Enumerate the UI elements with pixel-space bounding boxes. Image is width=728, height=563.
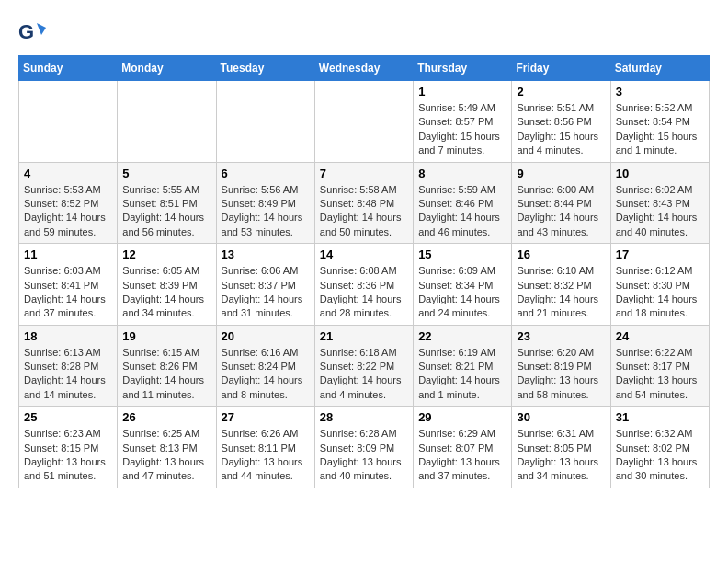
day-number: 3	[616, 85, 704, 98]
day-info: Sunrise: 6:18 AM Sunset: 8:22 PM Dayligh…	[320, 346, 408, 403]
day-number: 15	[418, 247, 506, 261]
calendar-body: 1Sunrise: 5:49 AM Sunset: 8:57 PM Daylig…	[19, 81, 710, 488]
calendar-cell: 19Sunrise: 6:15 AM Sunset: 8:26 PM Dayli…	[118, 325, 216, 407]
svg-text:G: G	[18, 20, 34, 43]
day-info: Sunrise: 6:09 AM Sunset: 8:34 PM Dayligh…	[418, 264, 506, 321]
calendar-cell: 11Sunrise: 6:03 AM Sunset: 8:41 PM Dayli…	[19, 244, 118, 326]
weekday-row: SundayMondayTuesdayWednesdayThursdayFrid…	[19, 56, 710, 81]
day-number: 20	[222, 329, 310, 343]
weekday-header: Friday	[512, 56, 610, 81]
logo-icon: G	[18, 18, 46, 46]
day-info: Sunrise: 6:19 AM Sunset: 8:21 PM Dayligh…	[418, 346, 506, 403]
calendar-week-row: 1Sunrise: 5:49 AM Sunset: 8:57 PM Daylig…	[19, 81, 710, 163]
day-info: Sunrise: 5:53 AM Sunset: 8:52 PM Dayligh…	[24, 183, 112, 240]
day-info: Sunrise: 6:12 AM Sunset: 8:30 PM Dayligh…	[616, 264, 704, 321]
day-number: 10	[616, 167, 704, 180]
day-number: 21	[320, 329, 408, 343]
calendar-cell: 20Sunrise: 6:16 AM Sunset: 8:24 PM Dayli…	[216, 325, 314, 407]
calendar-cell: 8Sunrise: 5:59 AM Sunset: 8:46 PM Daylig…	[414, 162, 512, 244]
calendar-cell: 4Sunrise: 5:53 AM Sunset: 8:52 PM Daylig…	[19, 162, 118, 244]
day-info: Sunrise: 5:59 AM Sunset: 8:46 PM Dayligh…	[418, 183, 506, 240]
day-number: 9	[517, 167, 605, 180]
day-number: 14	[320, 247, 408, 261]
calendar-cell: 29Sunrise: 6:29 AM Sunset: 8:07 PM Dayli…	[414, 407, 512, 488]
day-info: Sunrise: 6:32 AM Sunset: 8:02 PM Dayligh…	[616, 427, 704, 484]
day-number: 30	[517, 410, 605, 424]
calendar-cell: 31Sunrise: 6:32 AM Sunset: 8:02 PM Dayli…	[610, 407, 709, 488]
day-number: 17	[616, 247, 704, 261]
day-info: Sunrise: 6:29 AM Sunset: 8:07 PM Dayligh…	[418, 427, 506, 484]
day-info: Sunrise: 6:25 AM Sunset: 8:13 PM Dayligh…	[122, 427, 210, 484]
day-info: Sunrise: 6:13 AM Sunset: 8:28 PM Dayligh…	[24, 346, 112, 403]
calendar-cell: 16Sunrise: 6:10 AM Sunset: 8:32 PM Dayli…	[512, 244, 610, 326]
calendar-cell: 28Sunrise: 6:28 AM Sunset: 8:09 PM Dayli…	[314, 407, 413, 488]
weekday-header: Thursday	[414, 56, 512, 81]
weekday-header: Wednesday	[314, 56, 413, 81]
calendar-week-row: 18Sunrise: 6:13 AM Sunset: 8:28 PM Dayli…	[19, 325, 710, 407]
calendar-cell	[118, 81, 216, 163]
day-info: Sunrise: 6:15 AM Sunset: 8:26 PM Dayligh…	[122, 346, 210, 403]
day-info: Sunrise: 5:55 AM Sunset: 8:51 PM Dayligh…	[122, 183, 210, 240]
calendar-week-row: 11Sunrise: 6:03 AM Sunset: 8:41 PM Dayli…	[19, 244, 710, 326]
day-number: 18	[24, 329, 112, 343]
weekday-header: Saturday	[610, 56, 709, 81]
page-header: G	[18, 18, 710, 46]
day-info: Sunrise: 6:16 AM Sunset: 8:24 PM Dayligh…	[222, 346, 310, 403]
calendar-cell: 30Sunrise: 6:31 AM Sunset: 8:05 PM Dayli…	[512, 407, 610, 488]
calendar-cell: 14Sunrise: 6:08 AM Sunset: 8:36 PM Dayli…	[314, 244, 413, 326]
calendar-cell: 1Sunrise: 5:49 AM Sunset: 8:57 PM Daylig…	[414, 81, 512, 163]
day-info: Sunrise: 6:22 AM Sunset: 8:17 PM Dayligh…	[616, 346, 704, 403]
calendar-cell: 2Sunrise: 5:51 AM Sunset: 8:56 PM Daylig…	[512, 81, 610, 163]
day-number: 2	[517, 85, 605, 98]
day-number: 7	[320, 167, 408, 180]
calendar-cell: 12Sunrise: 6:05 AM Sunset: 8:39 PM Dayli…	[118, 244, 216, 326]
calendar-cell	[216, 81, 314, 163]
day-number: 11	[24, 247, 112, 261]
day-info: Sunrise: 6:28 AM Sunset: 8:09 PM Dayligh…	[320, 427, 408, 484]
day-number: 16	[517, 247, 605, 261]
day-info: Sunrise: 6:03 AM Sunset: 8:41 PM Dayligh…	[24, 264, 112, 321]
day-number: 6	[222, 167, 310, 180]
calendar-cell: 7Sunrise: 5:58 AM Sunset: 8:48 PM Daylig…	[314, 162, 413, 244]
calendar-cell: 17Sunrise: 6:12 AM Sunset: 8:30 PM Dayli…	[610, 244, 709, 326]
day-info: Sunrise: 5:58 AM Sunset: 8:48 PM Dayligh…	[320, 183, 408, 240]
day-number: 31	[616, 410, 704, 424]
day-number: 13	[222, 247, 310, 261]
day-number: 4	[24, 167, 112, 180]
day-number: 23	[517, 329, 605, 343]
day-number: 12	[122, 247, 210, 261]
day-info: Sunrise: 5:49 AM Sunset: 8:57 PM Dayligh…	[418, 101, 506, 158]
weekday-header: Monday	[118, 56, 216, 81]
day-number: 25	[24, 410, 112, 424]
day-info: Sunrise: 6:31 AM Sunset: 8:05 PM Dayligh…	[517, 427, 605, 484]
day-number: 26	[122, 410, 210, 424]
calendar-cell: 25Sunrise: 6:23 AM Sunset: 8:15 PM Dayli…	[19, 407, 118, 488]
day-info: Sunrise: 5:51 AM Sunset: 8:56 PM Dayligh…	[517, 101, 605, 158]
day-number: 27	[222, 410, 310, 424]
calendar-table: SundayMondayTuesdayWednesdayThursdayFrid…	[18, 55, 710, 488]
weekday-header: Sunday	[19, 56, 118, 81]
calendar-cell	[314, 81, 413, 163]
calendar-cell: 15Sunrise: 6:09 AM Sunset: 8:34 PM Dayli…	[414, 244, 512, 326]
calendar-cell: 13Sunrise: 6:06 AM Sunset: 8:37 PM Dayli…	[216, 244, 314, 326]
calendar-cell: 18Sunrise: 6:13 AM Sunset: 8:28 PM Dayli…	[19, 325, 118, 407]
day-info: Sunrise: 6:06 AM Sunset: 8:37 PM Dayligh…	[222, 264, 310, 321]
calendar-week-row: 4Sunrise: 5:53 AM Sunset: 8:52 PM Daylig…	[19, 162, 710, 244]
calendar-cell: 26Sunrise: 6:25 AM Sunset: 8:13 PM Dayli…	[118, 407, 216, 488]
day-info: Sunrise: 6:00 AM Sunset: 8:44 PM Dayligh…	[517, 183, 605, 240]
calendar-cell: 6Sunrise: 5:56 AM Sunset: 8:49 PM Daylig…	[216, 162, 314, 244]
calendar-cell: 22Sunrise: 6:19 AM Sunset: 8:21 PM Dayli…	[414, 325, 512, 407]
day-info: Sunrise: 6:20 AM Sunset: 8:19 PM Dayligh…	[517, 346, 605, 403]
calendar-cell: 23Sunrise: 6:20 AM Sunset: 8:19 PM Dayli…	[512, 325, 610, 407]
calendar-cell: 10Sunrise: 6:02 AM Sunset: 8:43 PM Dayli…	[610, 162, 709, 244]
day-number: 5	[122, 167, 210, 180]
day-number: 1	[418, 85, 506, 98]
day-info: Sunrise: 5:56 AM Sunset: 8:49 PM Dayligh…	[222, 183, 310, 240]
day-info: Sunrise: 6:26 AM Sunset: 8:11 PM Dayligh…	[222, 427, 310, 484]
calendar-cell: 21Sunrise: 6:18 AM Sunset: 8:22 PM Dayli…	[314, 325, 413, 407]
day-number: 22	[418, 329, 506, 343]
day-number: 24	[616, 329, 704, 343]
day-number: 29	[418, 410, 506, 424]
svg-marker-1	[37, 23, 46, 35]
day-info: Sunrise: 6:02 AM Sunset: 8:43 PM Dayligh…	[616, 183, 704, 240]
